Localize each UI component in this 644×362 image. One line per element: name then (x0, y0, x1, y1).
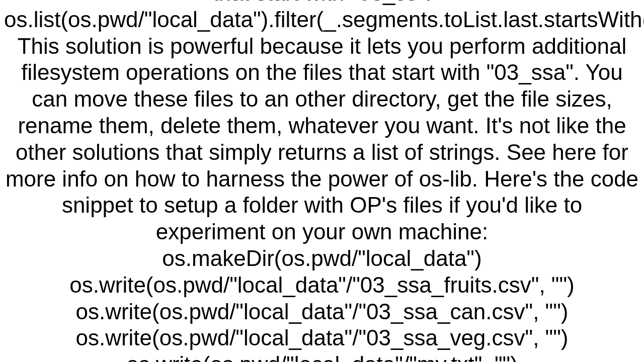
document-content: that start with "03_ss". os.list(os.pwd/… (0, 0, 644, 362)
main-text: that start with "03_ss". os.list(os.pwd/… (4, 0, 640, 362)
